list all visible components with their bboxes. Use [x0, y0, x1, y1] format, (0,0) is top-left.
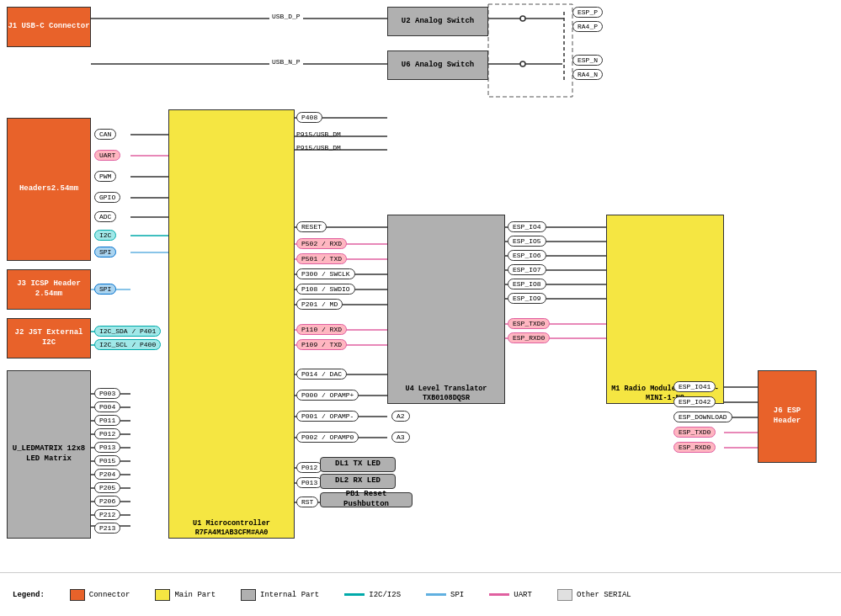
legend-connector-label: Connector [89, 591, 130, 599]
spi1-pill: SPI [94, 247, 116, 258]
legend-uart: UART [489, 591, 532, 599]
esp-io9-u4-pill: ESP_IO9 [508, 293, 546, 304]
u1-mcu-block: U1 Microcontroller R7FA4M1AB3CFM#AA0 [168, 109, 295, 539]
usb-dp-label: USB_D_P [269, 12, 303, 21]
diagram-area: J1 USB-C Connector USB_D_P USB_N_P U2 An… [0, 0, 841, 572]
p109-txd-pill: P109 / TXD [296, 339, 347, 350]
usb-np-label: USB_N_P [269, 57, 303, 66]
p206-pill: P206 [94, 496, 120, 507]
legend-area: Legend: Connector Main Part Internal Par… [0, 572, 841, 616]
svg-point-9 [520, 61, 525, 66]
p408-pill: P408 [296, 112, 322, 123]
legend-other-serial: Other SERIAL [557, 589, 631, 601]
a2-pill: A2 [391, 411, 410, 422]
pb1-label: PB1 Reset Pushbutton [320, 492, 413, 507]
legend-spi-label: SPI [450, 591, 464, 599]
i2c-sda-pill: I2C_SDA / P401 [94, 326, 161, 337]
ra4-n-pill: RA4_N [572, 69, 603, 80]
p204-pill: P204 [94, 469, 120, 480]
esp-io7-u4-pill: ESP_IO7 [508, 264, 546, 275]
esp-io8-u4-pill: ESP_IO8 [508, 279, 546, 289]
u2-analog-block: U2 Analog Switch [387, 7, 488, 36]
p502-rxd-pill: P502 / RXD [296, 238, 347, 249]
j1-usb-c-block: J1 USB-C Connector [7, 7, 91, 47]
i2c-scl-pill: I2C_SCL / P400 [94, 339, 161, 350]
esp-p-pill: ESP_P [572, 7, 603, 18]
esp-txd0-u4-pill: ESP_TXD0 [508, 318, 550, 329]
esp-io6-u4-pill: ESP_IO6 [508, 250, 546, 261]
p003-pill: P003 [94, 388, 120, 399]
svg-point-5 [520, 16, 525, 21]
i2c-pill: I2C [94, 230, 116, 241]
legend-i2c-line [344, 593, 365, 596]
esp-rxd0-j6-pill: ESP_RXD0 [673, 442, 716, 453]
legend-internal-swatch [241, 589, 256, 601]
esp-download-pill: ESP_DOWNLOAD [673, 412, 732, 422]
legend-other-swatch [557, 589, 572, 601]
legend-i2c-label: I2C/I2S [369, 591, 401, 599]
pwm-pill: PWM [94, 171, 116, 182]
p012l-pill: P012 [94, 428, 120, 439]
legend-spi-line [426, 593, 446, 596]
legend-uart-line [489, 593, 509, 596]
legend-internal-part: Internal Part [241, 589, 319, 601]
gpio-pill: GPIO [94, 192, 120, 203]
p108-swdio-pill: P108 / SWDIO [296, 284, 355, 295]
legend-main-part: Main Part [155, 589, 216, 601]
p001-opamp-pill: P001 / OPAMP- [296, 411, 359, 422]
p213-pill: P213 [94, 523, 120, 534]
p201-md-pill: P201 / MD [296, 299, 343, 310]
legend-connector: Connector [70, 589, 130, 601]
esp-n-pill: ESP_N [572, 55, 603, 66]
legend-connector-swatch [70, 589, 85, 601]
legend-title: Legend: [13, 591, 45, 599]
uart-pill: UART [94, 150, 120, 161]
m1-radio-block: M1 Radio Module ESP32-S3-MINI-1-N8 [606, 215, 724, 404]
p004-pill: P004 [94, 401, 120, 412]
esp-rxd0-u4-pill: ESP_RXD0 [508, 332, 550, 343]
j2-jst-block: J2 JST External I2C [7, 318, 91, 358]
p011-pill: P011 [94, 415, 120, 426]
svg-rect-67 [488, 4, 572, 97]
a3-pill: A3 [391, 432, 410, 443]
p013-dl2-pill: P013 [296, 477, 322, 488]
adc-pill: ADC [94, 211, 116, 222]
p212-pill: P212 [94, 509, 120, 520]
p012-dl1-pill: P012 [296, 462, 322, 473]
rst-pill: RST [296, 497, 318, 507]
p002-opamp0-pill: P002 / OPAMP0 [296, 432, 359, 443]
p915-1-label: P915/USB_DM [296, 130, 341, 138]
headers-block: Headers2.54mm [7, 118, 91, 261]
esp-io4-u4-pill: ESP_IO4 [508, 221, 546, 232]
legend-i2c: I2C/I2S [344, 591, 401, 599]
dl1-label: DL1 TX LED [320, 457, 396, 472]
ledmatrix-block: U_LEDMATRIX 12x8 LED Matrix [7, 370, 91, 539]
legend-other-label: Other SERIAL [577, 591, 631, 599]
esp-io5-u4-pill: ESP_IO5 [508, 236, 546, 247]
j6-esp-block: J6 ESP Header [758, 370, 817, 463]
p110-rxd-pill: P110 / RXD [296, 324, 347, 335]
legend-internal-label: Internal Part [260, 591, 319, 599]
reset-pill: RESET [296, 221, 327, 232]
j3-icsp-block: J3 ICSP Header 2.54mm [7, 269, 91, 310]
dl2-label: DL2 RX LED [320, 474, 396, 489]
p205-pill: P205 [94, 482, 120, 493]
p501-txd-pill: P501 / TXD [296, 253, 347, 264]
esp-io42-pill: ESP_IO42 [673, 396, 716, 407]
u4-level-block: U4 Level Translator TXB0108DQSR [387, 215, 505, 404]
esp-io41-pill: ESP_IO41 [673, 381, 716, 392]
p300-swclk-pill: P300 / SWCLK [296, 268, 355, 279]
legend-main-swatch [155, 589, 170, 601]
p013l-pill: P013 [94, 442, 120, 453]
u6-analog-block: U6 Analog Switch [387, 50, 488, 80]
esp-txd0-j6-pill: ESP_TXD0 [673, 427, 716, 438]
legend-spi: SPI [426, 591, 464, 599]
p014-dac-pill: P014 / DAC [296, 369, 347, 380]
legend-uart-label: UART [514, 591, 532, 599]
spi2-pill: SPI [94, 284, 116, 295]
p015-pill: P015 [94, 455, 120, 466]
p915-2-label: P915/USB_DM [296, 144, 341, 151]
can-pill: CAN [94, 129, 116, 140]
j1-label: J1 USB-C Connector [8, 22, 89, 32]
legend-main-label: Main Part [174, 591, 216, 599]
